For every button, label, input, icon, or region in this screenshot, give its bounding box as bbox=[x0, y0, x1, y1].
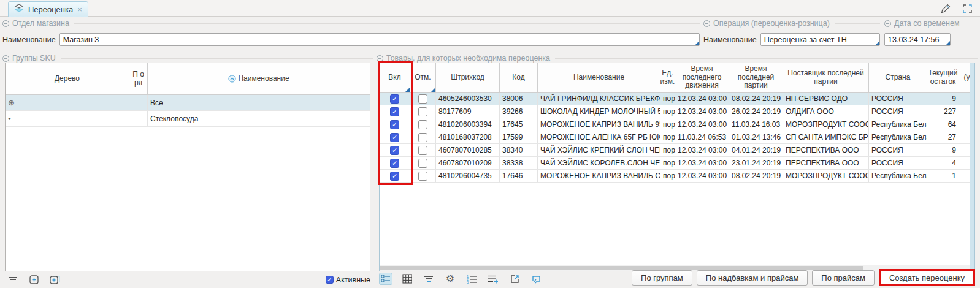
batch-time-cell: 11.03.24 16:03 bbox=[729, 118, 783, 131]
column-header-stock[interactable]: Текущий остаток bbox=[927, 63, 959, 92]
supplier-cell: ПЕРСПЕКТИВА ООО bbox=[783, 157, 869, 169]
checkbox-checked-icon: ✓ bbox=[326, 276, 334, 284]
by-markups-prices-button[interactable]: По надбавкам и прайсам bbox=[697, 270, 808, 286]
add-icon[interactable] bbox=[27, 274, 40, 286]
products-table: Вкл Отм. Штрихкод Код Наименование Ед. и… bbox=[379, 63, 975, 271]
by-groups-button[interactable]: По группам bbox=[632, 270, 692, 286]
tab-close-icon[interactable]: × bbox=[77, 5, 82, 14]
unit-cell: пор. bbox=[660, 105, 675, 118]
move-time-cell: 12.03.24 03:00 bbox=[675, 144, 729, 156]
name-cell: МОРОЖЕНОЕ АЛЕНКА 65Г РБ ЮККИ bbox=[538, 131, 660, 143]
open-external-icon[interactable] bbox=[508, 273, 521, 285]
products-panel: Товары, для которых необходима переоценк… bbox=[377, 54, 978, 286]
store-department-section: Отдел магазина Наименование Магазин 3 bbox=[2, 19, 700, 52]
collapse-icon[interactable] bbox=[2, 55, 9, 62]
stock-cell: 1 bbox=[927, 170, 959, 182]
table-row[interactable]: ✓ 4810168037208 17599 МОРОЖЕНОЕ АЛЕНКА 6… bbox=[380, 131, 974, 144]
column-header-unit[interactable]: Ед. изм. bbox=[660, 63, 675, 92]
name-field-label: Наименование bbox=[703, 36, 757, 44]
code-cell: 17599 bbox=[500, 131, 538, 143]
numbered-list-icon[interactable]: 123 bbox=[465, 273, 478, 285]
column-header-tree[interactable]: Дерево bbox=[6, 63, 129, 94]
refresh-icon[interactable] bbox=[529, 273, 543, 285]
column-header-order[interactable]: П о ря bbox=[129, 63, 148, 94]
collapse-icon[interactable] bbox=[884, 20, 891, 27]
column-header-otm[interactable]: Отм. bbox=[410, 63, 436, 92]
create-revaluation-button[interactable]: Создать переоценку bbox=[879, 269, 975, 286]
list-view-icon[interactable] bbox=[379, 273, 392, 285]
vkl-checkbox[interactable]: ✓ bbox=[390, 133, 399, 142]
tab-pereocenka[interactable]: Переоценка × bbox=[8, 1, 88, 17]
column-header-vkl[interactable]: Вкл bbox=[380, 63, 410, 92]
unit-cell: пор. bbox=[660, 93, 675, 105]
unit-cell: пор. bbox=[660, 131, 675, 143]
column-header-name[interactable]: Наименование bbox=[538, 63, 660, 92]
collapse-icon[interactable] bbox=[377, 55, 383, 62]
add-multiple-icon[interactable] bbox=[48, 274, 61, 286]
table-row[interactable]: ✓ 4607807010209 38338 ЧАЙ ХЭЙЛИС КОРОЛЕВ… bbox=[380, 157, 974, 170]
sku-tree-row[interactable]: ⊕ Все bbox=[6, 95, 370, 111]
sku-group-name: Все bbox=[148, 95, 370, 110]
otm-checkbox[interactable] bbox=[418, 107, 427, 116]
otm-checkbox[interactable] bbox=[418, 133, 427, 142]
code-cell: 17646 bbox=[500, 170, 538, 182]
vkl-checkbox[interactable]: ✓ bbox=[390, 107, 399, 116]
vkl-checkbox[interactable]: ✓ bbox=[390, 172, 399, 181]
vkl-checkbox[interactable]: ✓ bbox=[390, 120, 399, 129]
table-row[interactable]: ✓ 4810206004735 17646 МОРОЖЕНОЕ КАПРИЗ В… bbox=[380, 170, 974, 183]
batch-time-cell: 26.02.24 20:19 bbox=[729, 105, 783, 118]
pencil-icon[interactable] bbox=[938, 2, 952, 15]
country-cell: РОССИЯ bbox=[869, 157, 927, 169]
otm-checkbox[interactable] bbox=[418, 159, 427, 168]
table-row[interactable]: ✓ 4607807010285 38340 ЧАЙ ХЭЙЛИС КРЕПКИЙ… bbox=[380, 144, 974, 157]
settings-gear-icon[interactable]: ⚙ bbox=[443, 273, 457, 285]
grid-icon[interactable] bbox=[400, 273, 414, 285]
section-title: Дата со временем bbox=[894, 19, 960, 28]
stock-cell: 9 bbox=[927, 144, 959, 156]
vkl-checkbox[interactable]: ✓ bbox=[390, 94, 399, 104]
column-header-supplier[interactable]: Поставщик последней партии bbox=[783, 63, 869, 92]
table-row[interactable]: ✓ 80177609 39266 ШОКОЛАД КИНДЕР МОЛОЧНЫЙ… bbox=[380, 105, 974, 118]
collapse-icon[interactable] bbox=[2, 20, 9, 27]
barcode-cell: 4607807010209 bbox=[436, 157, 500, 169]
otm-checkbox[interactable] bbox=[418, 94, 427, 104]
filter-icon[interactable] bbox=[422, 273, 435, 285]
move-time-cell: 12.03.24 03:00 bbox=[675, 105, 729, 118]
column-header-batch-time[interactable]: Время последней партии bbox=[729, 63, 783, 92]
barcode-cell: 4605246003530 bbox=[436, 93, 500, 105]
otm-checkbox[interactable] bbox=[418, 120, 427, 129]
sku-tree-row[interactable]: ● Стеклопосуда bbox=[6, 111, 370, 127]
vkl-checkbox[interactable]: ✓ bbox=[390, 146, 399, 155]
fullscreen-icon[interactable] bbox=[960, 2, 974, 15]
collapse-icon[interactable] bbox=[703, 20, 710, 27]
operation-name-input[interactable]: Переоценка за счет ТН bbox=[760, 33, 880, 46]
panel-title: Товары, для которых необходима переоценк… bbox=[386, 54, 550, 63]
barcode-cell: 4810206003394 bbox=[436, 118, 500, 131]
unit-cell: пор. bbox=[660, 144, 675, 156]
stock-cell: 27 bbox=[927, 131, 959, 143]
datetime-input[interactable]: 13.03.24 17:56 bbox=[884, 33, 951, 46]
name-cell: ЧАЙ ХЭЙЛИС КРЕПКИЙ СЛОН ЧЕРН bbox=[538, 144, 660, 156]
sku-group-name: Стеклопосуда bbox=[148, 111, 370, 126]
otm-checkbox[interactable] bbox=[418, 172, 427, 181]
add-list-icon[interactable] bbox=[486, 273, 500, 285]
filter-icon[interactable] bbox=[6, 274, 20, 286]
table-row[interactable]: ✓ 4810206003394 17645 МОРОЖЕНОЕ КАПРИЗ В… bbox=[380, 118, 974, 131]
country-cell: Республика Белар bbox=[869, 131, 927, 143]
column-header-code[interactable]: Код bbox=[500, 63, 538, 92]
expand-plus-icon[interactable]: ⊕ bbox=[8, 98, 15, 107]
sku-groups-panel: Группы SKU Дерево П о ря Наименование ⊕ … bbox=[2, 54, 373, 286]
batch-time-cell: 23.01.24 20:19 bbox=[729, 157, 783, 169]
column-header-name[interactable]: Наименование bbox=[148, 63, 370, 94]
by-prices-button[interactable]: По прайсам bbox=[812, 270, 875, 286]
vertical-scrollbar[interactable] bbox=[970, 63, 974, 271]
column-header-move-time[interactable]: Время последнего движения bbox=[675, 63, 729, 92]
country-cell: РОССИЯ bbox=[869, 93, 927, 105]
vkl-checkbox[interactable]: ✓ bbox=[390, 159, 399, 168]
column-header-barcode[interactable]: Штрихкод bbox=[436, 63, 500, 92]
active-filter-checkbox[interactable]: ✓ Активные bbox=[326, 276, 370, 284]
store-name-input[interactable]: Магазин 3 bbox=[59, 33, 700, 46]
otm-checkbox[interactable] bbox=[418, 146, 427, 155]
column-header-country[interactable]: Страна bbox=[869, 63, 927, 92]
table-row[interactable]: ✓ 4605246003530 38006 ЧАЙ ГРИНФИЛД КЛАСС… bbox=[380, 93, 974, 105]
